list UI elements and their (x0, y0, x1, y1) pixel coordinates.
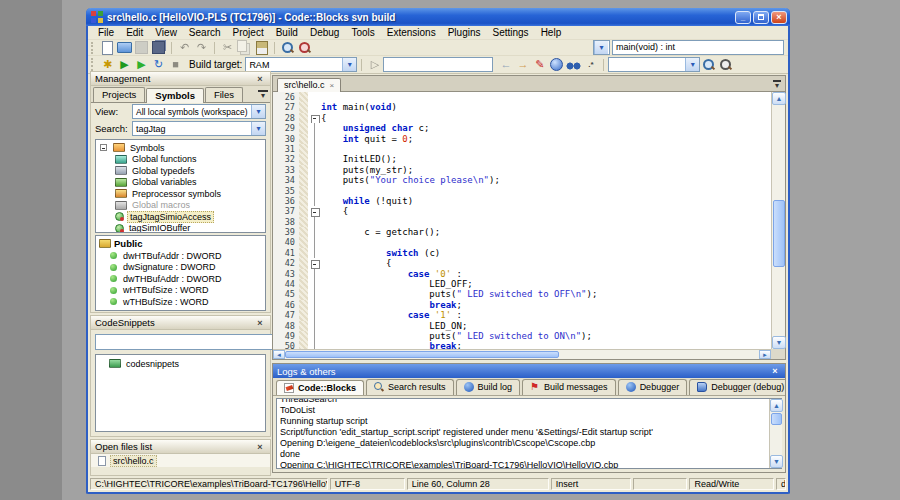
menu-build[interactable]: Build (270, 27, 304, 38)
public-member[interactable]: dwHTBufAddr : DWORD (96, 250, 265, 262)
symbol-search-combo[interactable]: tagJtag ▾ (132, 121, 266, 136)
build-icon[interactable]: ✱ (99, 57, 116, 72)
tree-item-global-typedefs[interactable]: Global typedefs (96, 165, 265, 177)
collapse-icon[interactable] (100, 144, 107, 151)
forward-icon[interactable]: → (514, 57, 531, 72)
tree-item-tagsimiobuffer[interactable]: tagSimIOBuffer (96, 223, 265, 234)
close-icon[interactable]: × (254, 318, 266, 328)
fold-collapse-icon[interactable] (308, 113, 321, 123)
menu-settings[interactable]: Settings (486, 27, 534, 38)
log-tab-build-messages[interactable]: ⚑Build messages (522, 379, 616, 395)
binoculars-icon[interactable] (565, 57, 582, 72)
goto-symbol-icon[interactable] (548, 57, 565, 72)
scroll-up-icon[interactable]: ▲ (770, 399, 783, 412)
tree-item-global-macros[interactable]: Global macros (96, 200, 265, 212)
tree-item-tagjtagsimioaccess[interactable]: tagJtagSimioAccess (96, 211, 265, 223)
new-file-icon[interactable] (99, 40, 116, 55)
undo-icon[interactable]: ↶ (176, 40, 193, 55)
incremental-search-combo[interactable]: ▾ (608, 57, 700, 72)
incremental-search-icon[interactable] (700, 57, 717, 72)
save-all-icon[interactable] (150, 40, 167, 55)
run-to-cursor-icon[interactable]: ▷ (366, 57, 383, 72)
menu-plugins[interactable]: Plugins (442, 27, 487, 38)
close-button[interactable]: × (771, 11, 787, 24)
menu-help[interactable]: Help (535, 27, 568, 38)
log-tab-search-results[interactable]: Search results (366, 379, 454, 395)
build-and-run-icon[interactable]: ▶ (133, 57, 150, 72)
log-tab-code-blocks[interactable]: Code::Blocks (276, 380, 364, 396)
scroll-down-icon[interactable]: ▼ (772, 336, 786, 349)
editor-horizontal-scrollbar[interactable]: ◄ ► (273, 349, 771, 359)
debug-command-input[interactable] (383, 57, 493, 72)
tree-item-global-variables[interactable]: Global variables (96, 177, 265, 189)
paste-icon[interactable] (253, 40, 270, 55)
rebuild-icon[interactable]: ↻ (150, 57, 167, 72)
snippet-root[interactable]: codesnippets (98, 358, 263, 370)
menu-debug[interactable]: Debug (304, 27, 345, 38)
close-icon[interactable]: × (769, 366, 781, 376)
log-tab-debugger-debug-[interactable]: Debugger (debug) (689, 379, 785, 395)
tree-item-global-functions[interactable]: Global functions (96, 154, 265, 166)
editor-tab-hello-c[interactable]: src\hello.c × (277, 78, 341, 92)
back-icon[interactable]: ← (497, 57, 514, 72)
regex-icon[interactable]: .* (582, 57, 599, 72)
maximize-button[interactable] (753, 11, 769, 24)
redo-icon[interactable]: ↷ (193, 40, 210, 55)
copy-icon[interactable] (236, 40, 253, 55)
snippet-search-input[interactable] (95, 334, 274, 350)
public-member[interactable]: wTHBufSize : WORD (96, 296, 265, 308)
menu-extensions[interactable]: Extensions (381, 27, 442, 38)
fold-collapse-icon[interactable] (308, 206, 321, 216)
menu-tools[interactable]: Tools (345, 27, 380, 38)
abort-icon[interactable]: ■ (167, 57, 184, 72)
tab-symbols[interactable]: Symbols (146, 88, 204, 103)
close-icon[interactable]: × (254, 74, 266, 84)
menu-project[interactable]: Project (227, 27, 270, 38)
tree-item-preprocessor-symbols[interactable]: Preprocessor symbols (96, 188, 265, 200)
toolbar-grip[interactable] (91, 42, 96, 54)
tab-projects[interactable]: Projects (93, 87, 145, 102)
cut-icon[interactable]: ✂ (219, 40, 236, 55)
replace-icon[interactable] (296, 40, 313, 55)
public-member[interactable]: dwTHBufAddr : DWORD (96, 273, 265, 285)
open-file-icon[interactable] (116, 40, 133, 55)
scroll-up-icon[interactable]: ▲ (772, 92, 786, 105)
editor-vertical-scrollbar[interactable]: ▲ ▼ (771, 92, 785, 349)
log-vertical-scrollbar[interactable]: ▲ ▼ (769, 399, 782, 468)
save-icon[interactable] (133, 40, 150, 55)
tree-item-symbols[interactable]: Symbols (96, 142, 265, 154)
build-target-combo[interactable]: RAM ▾ (245, 57, 357, 72)
close-icon[interactable]: × (254, 442, 266, 452)
run-icon[interactable]: ▶ (116, 57, 133, 72)
code-editor[interactable]: 2627int main(void)28{29 unsigned char c;… (273, 92, 771, 349)
public-member[interactable]: dwSignature : DWORD (96, 262, 265, 274)
log-tab-build-log[interactable]: Build log (456, 379, 521, 395)
symbols-browse-icon[interactable] (717, 57, 734, 72)
tab-files[interactable]: Files (205, 87, 243, 102)
title-bar[interactable]: src\hello.c [HelloVIO-PLS (TC1796)] - Co… (86, 8, 790, 26)
scrollbar-thumb[interactable] (285, 351, 559, 358)
menu-file[interactable]: File (92, 27, 120, 38)
view-combo[interactable]: All local symbols (workspace) ▾ (132, 104, 266, 119)
scroll-left-icon[interactable]: ◄ (273, 350, 285, 359)
log-tab-debugger[interactable]: Debugger (618, 379, 688, 395)
open-file-item[interactable]: src\hello.c (91, 454, 270, 467)
minimize-button[interactable]: _ (735, 11, 751, 24)
scroll-right-icon[interactable]: ► (759, 350, 771, 359)
logs-caption[interactable]: Logs & others × (273, 364, 785, 378)
scrollbar-thumb[interactable] (773, 200, 785, 267)
menu-search[interactable]: Search (183, 27, 227, 38)
find-icon[interactable] (279, 40, 296, 55)
fold-collapse-icon[interactable] (308, 258, 321, 268)
tab-list-dropdown-icon[interactable]: ▾ (773, 80, 781, 90)
scrollbar-thumb[interactable] (771, 413, 782, 425)
menu-view[interactable]: View (149, 27, 183, 38)
close-tab-icon[interactable]: × (330, 81, 335, 90)
symbol-scope-combo[interactable]: ▾ (593, 40, 610, 55)
symbol-combo-input[interactable]: main(void) : int (612, 40, 784, 55)
toolbar-grip[interactable] (91, 58, 96, 72)
highlight-icon[interactable]: ✎ (531, 57, 548, 72)
menu-edit[interactable]: Edit (120, 27, 149, 38)
tab-list-dropdown-icon[interactable]: ▾ (258, 90, 268, 100)
scroll-down-icon[interactable]: ▼ (770, 455, 783, 468)
